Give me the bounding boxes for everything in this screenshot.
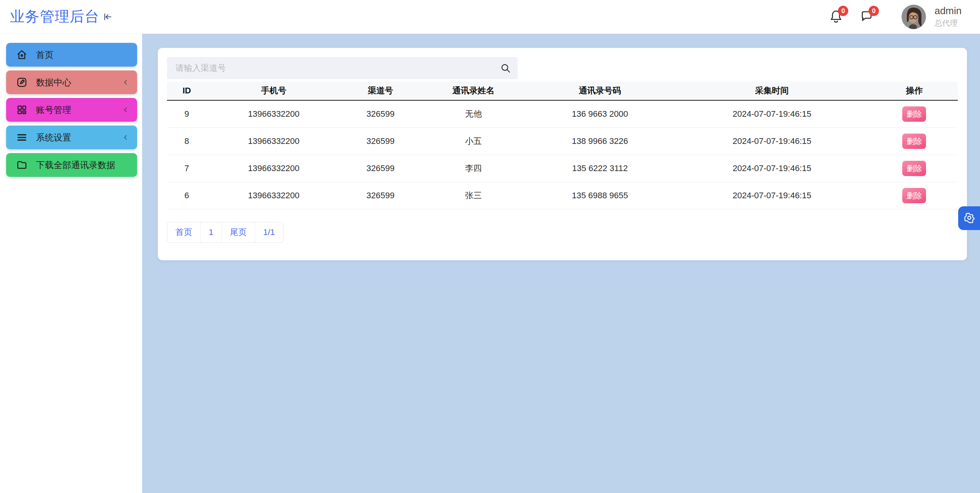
messages-button[interactable]: 0 [860,9,874,24]
cell-channel: 326599 [341,109,420,119]
search-box [167,57,518,79]
main-content: ID手机号渠道号通讯录姓名通讯录号码采集时间操作 913966332200326… [142,34,980,493]
sidebar-menu: 首页数据中心账号管理系统设置下载全部通讯录数据 [0,34,142,177]
column-header: 操作 [871,85,958,96]
column-header: 通讯录姓名 [420,85,527,96]
top-header: 0 0 admin 总代理 [142,0,980,34]
sidebar: 业务管理后台 首页数据中心账号管理系统设置下载全部通讯录数据 [0,0,142,493]
cell-contact_name: 李四 [420,163,527,174]
menu-icon [16,132,28,143]
sidebar-item-settings[interactable]: 系统设置 [6,126,137,149]
column-header: 渠道号 [341,85,420,96]
cell-channel: 326599 [341,191,420,201]
sidebar-item-label: 下载全部通讯录数据 [36,159,129,171]
username: admin [934,5,962,17]
pagination-last[interactable]: 尾页 [222,222,255,242]
notifications-count-badge: 0 [838,6,848,16]
delete-button[interactable]: 删除 [902,161,926,176]
sidebar-item-label: 首页 [36,49,129,61]
table-body: 913966332200326599无他136 9663 20002024-07… [167,101,958,209]
cell-id: 6 [167,191,206,201]
column-header: 通讯录号码 [527,85,673,96]
data-card: ID手机号渠道号通讯录姓名通讯录号码采集时间操作 913966332200326… [158,48,967,260]
cell-contact_name: 小五 [420,135,527,147]
cell-contact_number: 136 9663 2000 [527,109,673,119]
sidebar-item-label: 账号管理 [36,104,122,116]
sidebar-item-label: 系统设置 [36,132,122,144]
sidebar-item-accounts[interactable]: 账号管理 [6,98,137,122]
pagination-indicator: 1/1 [255,222,283,242]
cell-phone: 13966332200 [206,191,341,201]
table-row: 713966332200326599李四135 6222 31122024-07… [167,155,958,182]
user-meta: admin 总代理 [934,5,962,29]
app-title: 业务管理后台 [10,7,100,26]
cell-phone: 13966332200 [206,136,341,146]
cell-contact_name: 无他 [420,108,527,120]
user-role: 总代理 [934,18,962,28]
delete-button[interactable]: 删除 [902,134,926,149]
cell-contact_number: 135 6988 9655 [527,191,673,201]
cell-collect_time: 2024-07-07-19:46:15 [673,163,871,173]
collapse-sidebar-icon[interactable] [103,12,113,22]
column-header: ID [167,86,206,96]
column-header: 手机号 [206,85,341,96]
cell-collect_time: 2024-07-07-19:46:15 [673,109,871,119]
cell-actions: 删除 [871,134,958,149]
cell-actions: 删除 [871,188,958,203]
chevron-left-icon [122,134,129,141]
cell-id: 9 [167,109,206,119]
pagination-first[interactable]: 首页 [167,222,201,242]
cell-actions: 删除 [871,161,958,176]
chevron-left-icon [122,106,129,114]
column-header: 采集时间 [673,85,871,96]
search-input[interactable] [167,57,518,79]
home-icon [16,49,28,60]
gear-icon [963,212,975,225]
cell-contact_name: 张三 [420,190,527,201]
cell-actions: 删除 [871,106,958,122]
cell-contact_number: 135 6222 3112 [527,163,673,173]
notifications-button[interactable]: 0 [829,9,843,24]
cell-channel: 326599 [341,163,420,173]
sidebar-item-download[interactable]: 下载全部通讯录数据 [6,153,137,177]
message-icon [860,18,873,24]
cell-contact_number: 138 9966 3226 [527,136,673,146]
cell-collect_time: 2024-07-07-19:46:15 [673,191,871,201]
table-header-row: ID手机号渠道号通讯录姓名通讯录号码采集时间操作 [167,82,958,101]
table-row: 813966332200326599小五138 9966 32262024-07… [167,128,958,155]
cell-channel: 326599 [341,136,420,146]
bell-icon [829,18,843,25]
avatar[interactable] [901,5,926,29]
cell-phone: 13966332200 [206,163,341,173]
cell-collect_time: 2024-07-07-19:46:15 [673,136,871,146]
contacts-table: ID手机号渠道号通讯录姓名通讯录号码采集时间操作 913966332200326… [167,82,958,209]
messages-count-badge: 0 [869,6,879,16]
pagination-page-current[interactable]: 1 [201,222,222,242]
search-icon[interactable] [500,63,511,75]
grid-icon [16,104,28,116]
sidebar-item-label: 数据中心 [36,77,122,88]
sidebar-item-data-center[interactable]: 数据中心 [6,70,137,94]
pagination: 首页1尾页1/1 [167,222,283,243]
sidebar-item-home[interactable]: 首页 [6,43,137,67]
edit-icon [16,77,28,88]
settings-fab-button[interactable] [958,206,980,230]
cell-id: 7 [167,163,206,173]
table-row: 913966332200326599无他136 9663 20002024-07… [167,101,958,128]
folder-icon [16,159,28,171]
cell-phone: 13966332200 [206,109,341,119]
cell-id: 8 [167,136,206,146]
app-logo: 业务管理后台 [0,0,142,34]
chevron-left-icon [122,78,129,86]
delete-button[interactable]: 删除 [902,106,926,122]
table-row: 613966332200326599张三135 6988 96552024-07… [167,182,958,209]
delete-button[interactable]: 删除 [902,188,926,203]
